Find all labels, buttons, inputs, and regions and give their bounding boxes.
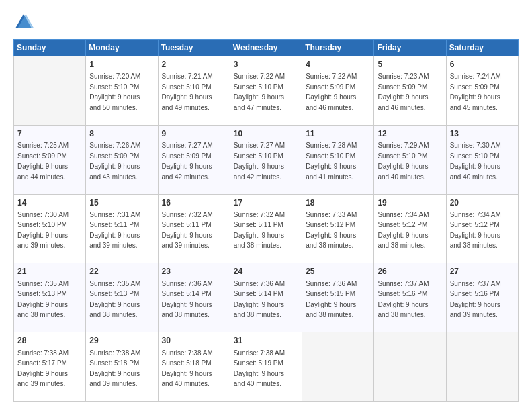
calendar-day-cell: 2Sunrise: 7:21 AM Sunset: 5:10 PM Daylig… [158,56,230,126]
day-info: Sunrise: 7:27 AM Sunset: 5:10 PM Dayligh… [234,142,285,181]
calendar-week-row: 28Sunrise: 7:38 AM Sunset: 5:17 PM Dayli… [14,332,519,402]
day-info: Sunrise: 7:32 AM Sunset: 5:11 PM Dayligh… [234,211,285,250]
calendar-weekday-header: Tuesday [158,40,230,56]
day-info: Sunrise: 7:24 AM Sunset: 5:09 PM Dayligh… [450,73,501,111]
calendar-day-cell: 17Sunrise: 7:32 AM Sunset: 5:11 PM Dayli… [230,194,302,263]
day-info: Sunrise: 7:33 AM Sunset: 5:12 PM Dayligh… [306,211,357,250]
logo [13,12,36,32]
day-info: Sunrise: 7:36 AM Sunset: 5:14 PM Dayligh… [234,280,285,319]
day-number: 24 [234,266,298,277]
calendar-day-cell: 27Sunrise: 7:37 AM Sunset: 5:16 PM Dayli… [446,263,518,332]
day-number: 14 [17,197,82,209]
day-number: 25 [306,266,370,277]
calendar-day-cell: 31Sunrise: 7:38 AM Sunset: 5:19 PM Dayli… [230,332,302,402]
calendar-day-cell: 15Sunrise: 7:31 AM Sunset: 5:11 PM Dayli… [86,194,158,263]
calendar-day-cell: 20Sunrise: 7:34 AM Sunset: 5:12 PM Dayli… [446,194,518,263]
day-number: 3 [234,59,298,71]
calendar-day-cell [374,332,446,402]
day-info: Sunrise: 7:32 AM Sunset: 5:11 PM Dayligh… [162,211,213,250]
day-number: 17 [234,197,298,209]
day-number: 21 [17,266,82,277]
day-number: 28 [17,335,82,347]
calendar-week-row: 1Sunrise: 7:20 AM Sunset: 5:10 PM Daylig… [14,56,519,126]
day-info: Sunrise: 7:38 AM Sunset: 5:18 PM Dayligh… [89,349,140,388]
calendar-day-cell: 3Sunrise: 7:22 AM Sunset: 5:10 PM Daylig… [230,56,302,126]
calendar-day-cell: 30Sunrise: 7:38 AM Sunset: 5:18 PM Dayli… [158,332,230,402]
day-info: Sunrise: 7:20 AM Sunset: 5:10 PM Dayligh… [89,73,140,111]
calendar-weekday-header: Monday [86,40,158,56]
day-info: Sunrise: 7:35 AM Sunset: 5:13 PM Dayligh… [89,280,140,319]
day-info: Sunrise: 7:38 AM Sunset: 5:17 PM Dayligh… [17,349,69,388]
day-number: 30 [162,335,226,347]
day-info: Sunrise: 7:35 AM Sunset: 5:13 PM Dayligh… [17,280,69,319]
calendar-weekday-header: Saturday [446,40,518,56]
day-info: Sunrise: 7:22 AM Sunset: 5:10 PM Dayligh… [234,73,285,111]
calendar-weekday-header: Wednesday [230,40,302,56]
day-number: 20 [450,197,515,209]
day-number: 6 [450,59,515,71]
day-number: 31 [234,335,298,347]
calendar-day-cell: 16Sunrise: 7:32 AM Sunset: 5:11 PM Dayli… [158,194,230,263]
page: SundayMondayTuesdayWednesdayThursdayFrid… [0,0,532,411]
day-info: Sunrise: 7:36 AM Sunset: 5:14 PM Dayligh… [162,280,213,319]
calendar-week-row: 21Sunrise: 7:35 AM Sunset: 5:13 PM Dayli… [14,263,519,332]
day-number: 29 [89,335,154,347]
day-info: Sunrise: 7:34 AM Sunset: 5:12 PM Dayligh… [450,211,501,250]
calendar-day-cell [302,332,374,402]
calendar-day-cell: 4Sunrise: 7:22 AM Sunset: 5:09 PM Daylig… [302,56,374,126]
calendar-day-cell: 6Sunrise: 7:24 AM Sunset: 5:09 PM Daylig… [446,56,518,126]
calendar-day-cell: 25Sunrise: 7:36 AM Sunset: 5:15 PM Dayli… [302,263,374,332]
day-number: 8 [89,128,154,140]
day-number: 23 [162,266,226,277]
day-number: 15 [89,197,154,209]
calendar-week-row: 7Sunrise: 7:25 AM Sunset: 5:09 PM Daylig… [14,125,519,194]
calendar-day-cell: 12Sunrise: 7:29 AM Sunset: 5:10 PM Dayli… [374,125,446,194]
day-info: Sunrise: 7:34 AM Sunset: 5:12 PM Dayligh… [378,211,429,250]
day-info: Sunrise: 7:23 AM Sunset: 5:09 PM Dayligh… [378,73,429,111]
day-info: Sunrise: 7:27 AM Sunset: 5:09 PM Dayligh… [162,142,213,181]
calendar-day-cell: 1Sunrise: 7:20 AM Sunset: 5:10 PM Daylig… [86,56,158,126]
calendar-day-cell: 18Sunrise: 7:33 AM Sunset: 5:12 PM Dayli… [302,194,374,263]
calendar-weekday-header: Sunday [14,40,86,56]
calendar-day-cell: 10Sunrise: 7:27 AM Sunset: 5:10 PM Dayli… [230,125,302,194]
day-number: 27 [450,266,515,277]
day-info: Sunrise: 7:38 AM Sunset: 5:18 PM Dayligh… [162,349,213,388]
calendar-header-row: SundayMondayTuesdayWednesdayThursdayFrid… [14,40,519,56]
calendar-day-cell: 5Sunrise: 7:23 AM Sunset: 5:09 PM Daylig… [374,56,446,126]
calendar-day-cell: 9Sunrise: 7:27 AM Sunset: 5:09 PM Daylig… [158,125,230,194]
day-number: 18 [306,197,370,209]
day-number: 7 [17,128,82,140]
day-number: 10 [234,128,298,140]
day-info: Sunrise: 7:29 AM Sunset: 5:10 PM Dayligh… [378,142,429,181]
day-info: Sunrise: 7:31 AM Sunset: 5:11 PM Dayligh… [89,211,140,250]
calendar-weekday-header: Thursday [302,40,374,56]
calendar-day-cell: 22Sunrise: 7:35 AM Sunset: 5:13 PM Dayli… [86,263,158,332]
day-number: 4 [306,59,370,71]
calendar-day-cell: 28Sunrise: 7:38 AM Sunset: 5:17 PM Dayli… [14,332,86,402]
day-number: 1 [89,59,154,71]
day-number: 2 [162,59,226,71]
calendar-week-row: 14Sunrise: 7:30 AM Sunset: 5:10 PM Dayli… [14,194,519,263]
day-info: Sunrise: 7:37 AM Sunset: 5:16 PM Dayligh… [450,280,501,319]
calendar-table: SundayMondayTuesdayWednesdayThursdayFrid… [13,39,519,402]
calendar-day-cell: 7Sunrise: 7:25 AM Sunset: 5:09 PM Daylig… [14,125,86,194]
calendar-weekday-header: Friday [374,40,446,56]
calendar-day-cell: 24Sunrise: 7:36 AM Sunset: 5:14 PM Dayli… [230,263,302,332]
day-info: Sunrise: 7:37 AM Sunset: 5:16 PM Dayligh… [378,280,429,319]
calendar-day-cell: 26Sunrise: 7:37 AM Sunset: 5:16 PM Dayli… [374,263,446,332]
day-info: Sunrise: 7:22 AM Sunset: 5:09 PM Dayligh… [306,73,357,111]
calendar-day-cell: 21Sunrise: 7:35 AM Sunset: 5:13 PM Dayli… [14,263,86,332]
day-info: Sunrise: 7:26 AM Sunset: 5:09 PM Dayligh… [89,142,140,181]
day-number: 26 [378,266,442,277]
day-info: Sunrise: 7:38 AM Sunset: 5:19 PM Dayligh… [234,349,285,388]
calendar-day-cell: 14Sunrise: 7:30 AM Sunset: 5:10 PM Dayli… [14,194,86,263]
day-number: 9 [162,128,226,140]
day-number: 5 [378,59,442,71]
calendar-day-cell [446,332,518,402]
calendar-day-cell: 29Sunrise: 7:38 AM Sunset: 5:18 PM Dayli… [86,332,158,402]
day-info: Sunrise: 7:30 AM Sunset: 5:10 PM Dayligh… [17,211,69,250]
day-info: Sunrise: 7:30 AM Sunset: 5:10 PM Dayligh… [450,142,501,181]
calendar-day-cell: 23Sunrise: 7:36 AM Sunset: 5:14 PM Dayli… [158,263,230,332]
day-info: Sunrise: 7:21 AM Sunset: 5:10 PM Dayligh… [162,73,213,111]
day-number: 19 [378,197,442,209]
